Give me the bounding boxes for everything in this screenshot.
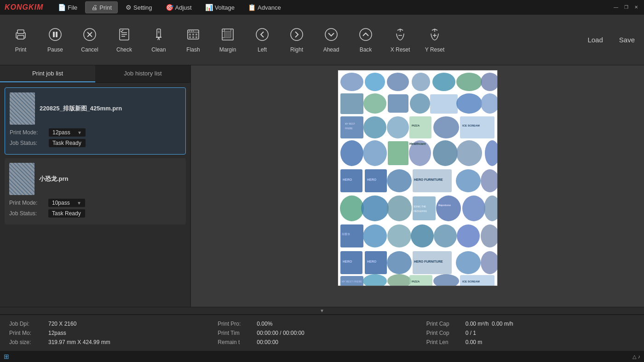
nav-label-advance: Advance — [258, 4, 281, 11]
print-cop-val: 0 / 1 — [466, 330, 476, 336]
dropdown-arrow-2: ▼ — [77, 201, 81, 206]
svg-rect-24 — [189, 34, 191, 35]
pause-button[interactable]: Pause — [39, 19, 71, 61]
flash-button[interactable]: Flash — [177, 19, 209, 61]
preview-image: MY BEST FREBE PIZZA ICE SCREAM Healthcar… — [338, 70, 498, 286]
left-button[interactable]: Left — [246, 19, 278, 61]
svg-point-74 — [456, 140, 482, 166]
job-size-key: Job size: — [9, 339, 46, 345]
nav-item-advance[interactable]: 📋 Advance — [242, 1, 287, 13]
job-thumbnail-2 — [9, 163, 34, 195]
right-button[interactable]: Right — [281, 19, 313, 61]
status-col-1: Job Dpi: 720 X 2160 Print Mo: 12pass Job… — [9, 321, 218, 345]
minimize-button[interactable]: — — [613, 4, 619, 10]
nav-item-print[interactable]: 🖨 Print — [85, 1, 118, 13]
y-reset-button[interactable]: Y Reset — [419, 19, 451, 61]
check-button[interactable]: Check — [108, 19, 140, 61]
nav-menu: 📄 File 🖨 Print ⚙ Setting 🎯 Adjust 📊 Volt… — [52, 1, 639, 13]
print-len-key: Print Len — [426, 339, 463, 345]
status-size-row: Job size: 319.97 mm X 424.99 mm — [9, 339, 218, 345]
svg-text:HERO: HERO — [367, 178, 377, 181]
back-button[interactable]: Back — [350, 19, 382, 61]
print-mode-value-1[interactable]: 12pass ▼ — [49, 128, 86, 137]
svg-rect-51 — [340, 93, 363, 114]
save-button[interactable]: Save — [615, 34, 639, 46]
restore-button[interactable]: ❐ — [623, 4, 629, 10]
svg-text:MY BEST FREBE: MY BEST FREBE — [342, 280, 362, 283]
nav-label-adjust: Adjust — [175, 4, 192, 11]
svg-point-3 — [49, 29, 61, 40]
ahead-label: Ahead — [323, 46, 339, 53]
tab-print-job[interactable]: Print job list — [0, 65, 95, 82]
left-label: Left — [258, 46, 267, 53]
job-header-1: 220825_排版新图_425mm.prn — [10, 92, 181, 125]
svg-point-97 — [363, 224, 387, 247]
win-system-tray: △ ♪ — [632, 354, 640, 360]
windows-start-button[interactable]: ⊞ — [4, 353, 9, 360]
margin-button[interactable]: Margin — [212, 19, 244, 61]
nav-item-voltage[interactable]: 📊 Voltage — [200, 1, 240, 13]
svg-text:PIZZA: PIZZA — [412, 124, 420, 127]
nav-item-adjust[interactable]: 🎯 Adjust — [160, 1, 197, 13]
x-reset-label: X Reset — [391, 46, 410, 53]
svg-rect-63 — [409, 116, 431, 138]
svg-text:ICE SCREAM: ICE SCREAM — [462, 280, 480, 283]
cancel-button[interactable]: Cancel — [74, 19, 106, 61]
status-mode-val: 12pass — [48, 330, 66, 336]
job-item-1[interactable]: 220825_排版新图_425mm.prn Print Mode: 12pass… — [5, 87, 186, 155]
job-status-value-1: Task Ready — [49, 139, 86, 147]
svg-text:Majordomo: Majordomo — [438, 204, 451, 207]
status-mode-row: Print Mo: 12pass — [9, 330, 218, 336]
horizontal-scroll[interactable]: ▼ — [0, 307, 644, 314]
svg-rect-4 — [53, 32, 55, 37]
svg-rect-31 — [224, 31, 231, 38]
svg-point-91 — [436, 195, 461, 221]
svg-rect-55 — [430, 94, 458, 114]
ahead-button[interactable]: Ahead — [315, 19, 347, 61]
svg-text:MY BEST: MY BEST — [345, 122, 355, 125]
windows-taskbar: ⊞ △ ♪ — [0, 351, 644, 362]
file-icon: 📄 — [58, 4, 66, 11]
flash-label: Flash — [186, 46, 200, 53]
remain-key: Remain t — [218, 339, 254, 345]
print-mode-label-2: Print Mode: — [9, 200, 46, 206]
load-button[interactable]: Load — [583, 34, 607, 46]
svg-rect-53 — [388, 94, 408, 113]
adjust-icon: 🎯 — [166, 4, 173, 11]
svg-text:HEDGEHOG: HEDGEHOG — [414, 210, 427, 213]
svg-point-107 — [387, 251, 412, 274]
logo-rest: ONGKIM — [11, 3, 44, 11]
print-cap-val: 0.00 m²/h 0.00 m/h — [466, 321, 513, 327]
x-reset-button[interactable]: X Reset — [384, 19, 416, 61]
nav-item-setting[interactable]: ⚙ Setting — [120, 1, 157, 13]
clean-button[interactable]: Clean — [143, 19, 175, 61]
back-icon — [358, 27, 373, 44]
margin-label: Margin — [219, 46, 236, 53]
svg-point-44 — [340, 73, 363, 91]
status-time-row: Print Tim 00:00:00 / 00:00:00 — [218, 330, 426, 336]
svg-text:HERO: HERO — [367, 260, 377, 263]
svg-rect-27 — [189, 36, 191, 38]
print-label: Print — [15, 46, 27, 53]
svg-point-46 — [387, 73, 409, 91]
check-label: Check — [116, 46, 132, 53]
svg-text:PIZZA: PIZZA — [412, 280, 420, 283]
tab-job-history[interactable]: Job history list — [95, 65, 190, 82]
toolbar: Print Pause Cancel — [0, 15, 644, 65]
margin-icon — [220, 27, 235, 44]
logo-k: K — [5, 3, 11, 11]
svg-point-62 — [387, 116, 409, 138]
scroll-down-arrow[interactable]: ▼ — [317, 308, 327, 313]
clean-icon — [151, 27, 166, 44]
print-time-key: Print Tim — [218, 330, 254, 336]
svg-point-93 — [462, 195, 485, 221]
close-button[interactable]: ✕ — [633, 4, 639, 10]
nav-label-voltage: Voltage — [215, 4, 235, 11]
svg-point-69 — [363, 140, 387, 166]
svg-point-100 — [434, 224, 457, 247]
right-label: Right — [290, 46, 303, 53]
nav-item-file[interactable]: 📄 File — [52, 1, 83, 13]
print-mode-value-2[interactable]: 10pass ▼ — [48, 199, 85, 207]
print-button[interactable]: Print — [5, 19, 37, 61]
job-item-2[interactable]: 小恐龙.prn Print Mode: 10pass ▼ Job Status:… — [5, 158, 186, 224]
